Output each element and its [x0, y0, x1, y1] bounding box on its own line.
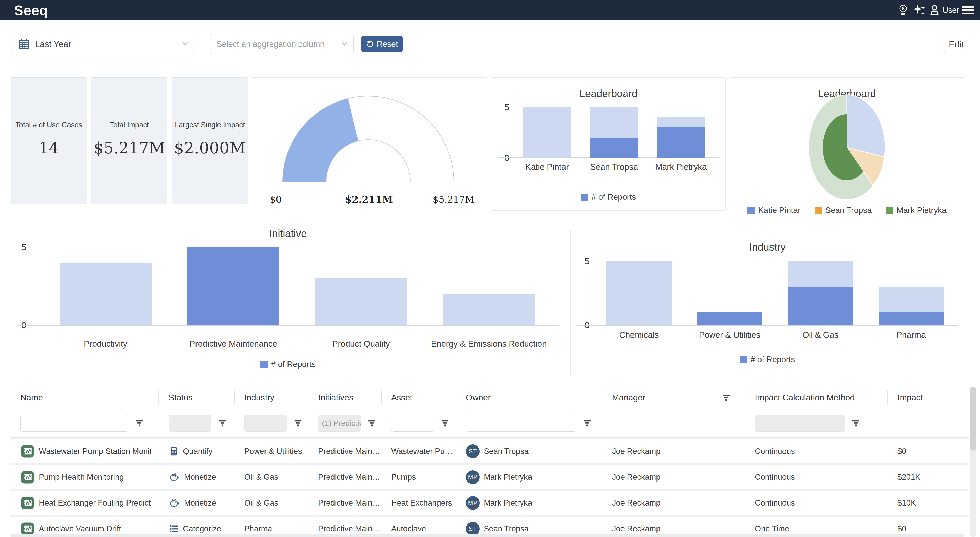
- bar-reports-oil-gas[interactable]: [788, 287, 853, 325]
- table-row[interactable]: Autoclave Vacuum DriftCategorizePharmaPr…: [10, 515, 969, 537]
- chart-title: Leaderboard: [492, 88, 725, 99]
- bar-total-energy-emissions-reduction[interactable]: [443, 294, 535, 325]
- column-header-label: Initiatives: [318, 393, 353, 403]
- calendar-icon: [18, 38, 30, 50]
- bar-reports-predictive-maintenance[interactable]: [187, 247, 279, 325]
- legend-label: # of Reports: [271, 360, 316, 369]
- column-header-owner[interactable]: Owner: [456, 386, 602, 409]
- column-header-industry[interactable]: Industry: [234, 386, 308, 409]
- column-header-name[interactable]: Name: [10, 386, 158, 409]
- filter-value: (1) Predictive Maintenance: [322, 419, 361, 427]
- vertical-scrollbar-thumb[interactable]: [970, 387, 976, 451]
- owner-name: Sean Tropsa: [484, 524, 529, 534]
- column-separator: [602, 390, 602, 404]
- cell-asset-value: Autoclave: [391, 524, 426, 534]
- column-header-manager[interactable]: Manager: [602, 386, 745, 409]
- bar-total-katie-pintar[interactable]: [523, 107, 571, 158]
- bar-reports-pharma[interactable]: [878, 312, 944, 325]
- legend-label: Mark Pietryka: [896, 206, 947, 215]
- use-case-name: Heat Exchanger Fouling Prediction: [39, 499, 151, 508]
- chart-legend: # of Reports: [11, 360, 565, 369]
- ai-sparkles-icon[interactable]: [913, 0, 926, 21]
- horizontal-scrollbar[interactable]: [11, 534, 964, 537]
- cell-initiatives: Predictive Maintenance: [308, 516, 381, 537]
- column-header-impact-calculation-method[interactable]: Impact Calculation Method: [745, 386, 887, 409]
- legend-item: # of Reports: [740, 355, 795, 364]
- cell-impact-method: Continuous: [745, 439, 887, 463]
- cell-initiatives-value: Predictive Maintenance: [318, 447, 381, 456]
- column-separator: [308, 390, 309, 404]
- column-header-status[interactable]: Status: [158, 386, 234, 409]
- gauge-fill: [283, 99, 358, 182]
- reset-button[interactable]: Reset: [361, 35, 403, 53]
- idea-dollar-icon[interactable]: $: [897, 0, 909, 21]
- filter-icon[interactable]: [294, 419, 302, 427]
- table-row[interactable]: Heat Exchanger Fouling PredictionMonetiz…: [10, 489, 969, 515]
- date-range-select[interactable]: Last Year: [11, 32, 194, 56]
- filter-icon[interactable]: [135, 419, 143, 427]
- filter-icon[interactable]: [441, 419, 449, 427]
- filter-icon[interactable]: [583, 419, 592, 427]
- filter-icon[interactable]: [851, 419, 860, 427]
- cell-initiatives-value: Predictive Maintenance: [318, 473, 381, 482]
- edit-label: Edit: [949, 39, 964, 49]
- filter-input-asset[interactable]: [391, 415, 434, 432]
- filter-input-status[interactable]: [169, 415, 212, 432]
- bar-total-product-quality[interactable]: [315, 278, 407, 325]
- cell-industry-value: Oil & Gas: [244, 499, 278, 508]
- legend-item: Mark Pietryka: [886, 206, 947, 215]
- edit-button[interactable]: Edit: [943, 35, 969, 53]
- column-separator: [381, 390, 382, 404]
- vertical-scrollbar[interactable]: [970, 387, 976, 537]
- aggregation-select[interactable]: Select an aggregation column: [210, 34, 354, 54]
- table-row[interactable]: Pump Health MonitoringMonetizeOil & GasP…: [10, 463, 969, 489]
- cell-manager: Joe Reckamp: [602, 516, 745, 537]
- table-row[interactable]: Wastewater Pump Station MonitoringQuanti…: [10, 438, 969, 463]
- cell-name: Wastewater Pump Station Monitoring: [10, 439, 158, 463]
- menu-icon[interactable]: [961, 0, 975, 21]
- category-label: Chemicals: [619, 330, 659, 340]
- cell-manager-value: Joe Reckamp: [612, 473, 660, 482]
- legend-item: Sean Tropsa: [815, 206, 872, 215]
- bar-total-chemicals[interactable]: [606, 261, 672, 325]
- cell-manager: Joe Reckamp: [602, 491, 745, 515]
- bar-total-productivity[interactable]: [60, 263, 151, 325]
- cell-manager-value: Joe Reckamp: [612, 447, 660, 456]
- avatar: ST: [466, 522, 480, 536]
- chevron-down-icon: [340, 39, 349, 49]
- total-impact-gauge-card: $0$2.211M$5.217M: [252, 78, 486, 210]
- cell-asset-value: Pumps: [391, 473, 416, 482]
- filter-input-initiatives[interactable]: (1) Predictive Maintenance: [318, 415, 361, 432]
- user-icon[interactable]: [929, 0, 940, 21]
- owner-name: Mark Pietryka: [484, 473, 532, 482]
- filter-input-owner[interactable]: [466, 415, 576, 432]
- cell-owner: MPMark Pietryka: [456, 465, 602, 489]
- report-icon: [21, 496, 35, 510]
- column-header-initiatives[interactable]: Initiatives: [308, 386, 381, 409]
- filter-icon[interactable]: [368, 419, 376, 427]
- filter-cell-manager: [602, 410, 745, 437]
- pie-slice-katie-pintar[interactable]: [847, 95, 885, 157]
- cell-impact-method-value: Continuous: [755, 447, 795, 456]
- kpi-card: Total Impact$5.217M: [91, 78, 167, 204]
- filter-input-industry[interactable]: [244, 415, 287, 432]
- filter-icon[interactable]: [218, 419, 227, 427]
- column-header-impact[interactable]: Impact: [887, 386, 969, 409]
- filter-input-impact-calculation-method[interactable]: [755, 415, 845, 432]
- cell-industry: Oil & Gas: [234, 491, 308, 515]
- column-header-asset[interactable]: Asset: [381, 386, 456, 409]
- impact-gauge: [252, 78, 486, 210]
- filter-icon[interactable]: [722, 393, 730, 402]
- bar-reports-mark-pietryka[interactable]: [657, 127, 705, 158]
- filter-cell-name: [10, 410, 158, 437]
- filter-cell-initiatives: (1) Predictive Maintenance: [308, 410, 381, 437]
- cell-name: Pump Health Monitoring: [10, 465, 158, 489]
- category-label: Sean Tropsa: [590, 162, 638, 172]
- filter-cell-status: [158, 410, 234, 437]
- bar-reports-sean-tropsa[interactable]: [590, 137, 638, 158]
- filter-input-name[interactable]: [21, 415, 128, 432]
- user-label[interactable]: User: [942, 0, 959, 21]
- column-header-label: Owner: [466, 393, 491, 403]
- chart-title: Initiative: [11, 228, 565, 239]
- bar-reports-power-utilities[interactable]: [697, 312, 762, 325]
